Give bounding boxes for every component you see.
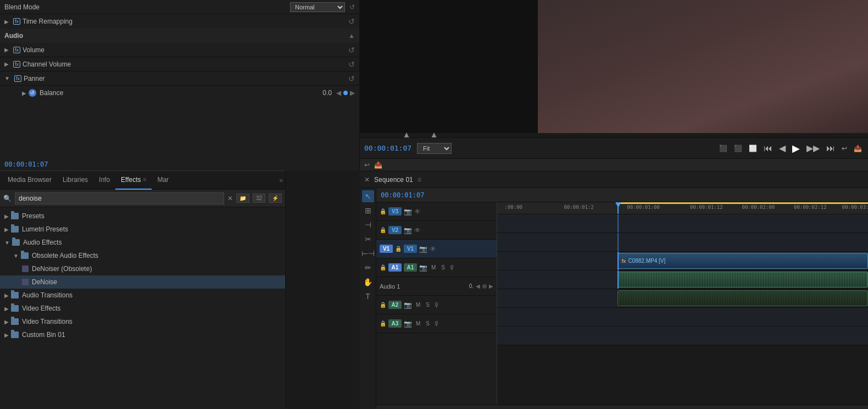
a2-solo-btn[interactable]: S xyxy=(424,301,431,308)
a1-solo-btn[interactable]: S xyxy=(439,264,447,271)
tree-item-obsolete-audio-effects[interactable]: ▼ Obsolete Audio Effects xyxy=(0,249,285,262)
tab-libraries[interactable]: Libraries xyxy=(57,171,93,190)
audio-collapse-btn[interactable]: ▲ xyxy=(348,32,355,40)
a2-mic-icon[interactable]: 🎙 xyxy=(433,301,440,309)
v1-camera-icon[interactable]: 📷 xyxy=(419,245,427,253)
preview-timecode[interactable]: 00:00:01:07 xyxy=(364,144,414,152)
balance-left-arrow[interactable]: ◀ xyxy=(336,89,341,97)
sequence-close-btn[interactable]: ✕ xyxy=(364,176,370,184)
a3-mute-btn[interactable]: M xyxy=(414,320,422,327)
a3-lock-icon[interactable]: 🔒 xyxy=(380,320,386,327)
tree-item-video-transitions[interactable]: ▶ Video Transitions xyxy=(0,315,285,328)
v2-label-btn[interactable]: V2 xyxy=(388,226,402,234)
v3-camera-icon[interactable]: 📷 xyxy=(404,208,412,215)
tree-item-audio-effects[interactable]: ▼ Audio Effects xyxy=(0,236,285,249)
a1-audio-clip[interactable] xyxy=(617,272,868,288)
balance-right-arrow[interactable]: ▶ xyxy=(350,89,355,97)
v2-lock-icon[interactable]: 🔒 xyxy=(380,227,386,233)
time-remap-reset[interactable]: ↺ xyxy=(348,17,355,26)
new-bin-btn[interactable]: 📁 xyxy=(236,194,249,203)
select-tool-btn[interactable]: ↖ xyxy=(362,190,374,202)
v3-label-btn[interactable]: V3 xyxy=(388,207,402,215)
fit-select[interactable]: Fit 25% 50% 75% 100% xyxy=(417,143,452,154)
v3-lock-icon[interactable]: 🔒 xyxy=(380,208,386,214)
export-frame-btn[interactable]: 📤 xyxy=(852,145,864,152)
work-area-bar[interactable] xyxy=(616,202,868,204)
accelerated-effects-btn[interactable]: ⚡ xyxy=(269,194,282,203)
timeline-timecode[interactable]: 00:00:01:07 xyxy=(381,191,424,199)
play-btn[interactable]: ▶ xyxy=(791,142,802,154)
tab-media-browser[interactable]: Media Browser xyxy=(2,171,57,190)
v1-eye-icon[interactable]: 👁 xyxy=(430,245,436,253)
panner-chevron[interactable]: ▼ xyxy=(4,75,10,81)
balance-cycle-icon[interactable]: ↺ xyxy=(29,89,36,97)
hand-tool-btn[interactable]: ✋ xyxy=(362,276,374,288)
channel-vol-chevron[interactable]: ▶ xyxy=(4,61,9,67)
a1-mic-icon[interactable]: 🎙 xyxy=(449,264,455,272)
v1-lock-icon[interactable]: 🔒 xyxy=(395,246,402,252)
tree-item-presets[interactable]: ▶ Presets xyxy=(0,209,285,223)
v2-eye-icon[interactable]: 👁 xyxy=(414,226,421,234)
a3-camera-icon[interactable]: 📷 xyxy=(404,320,412,328)
mark-out-btn[interactable]: ⬛ xyxy=(732,145,744,152)
a3-mic-icon[interactable]: 🎙 xyxy=(433,320,440,328)
in-point-marker[interactable] xyxy=(404,132,409,137)
a3-solo-btn[interactable]: S xyxy=(424,320,431,327)
tab-mar[interactable]: Mar xyxy=(152,171,174,190)
a3-label-btn[interactable]: A3 xyxy=(388,319,402,328)
go-to-in-btn[interactable]: ⏮ xyxy=(762,143,774,153)
a1-vol-right-arrow[interactable]: ▶ xyxy=(489,283,493,289)
effects-tab-menu-icon[interactable]: ≡ xyxy=(143,176,147,183)
a1-camera-icon[interactable]: 📷 xyxy=(419,264,427,272)
pen-tool-btn[interactable]: ✏ xyxy=(362,262,374,274)
go-to-out-btn[interactable]: ⏭ xyxy=(825,143,837,153)
out-point-marker[interactable] xyxy=(431,132,437,137)
v1-video-clip[interactable]: fx C0882.MP4 [V] xyxy=(617,253,868,269)
effects-search-input[interactable] xyxy=(15,192,224,204)
mark-clip-btn[interactable]: ⬜ xyxy=(747,145,759,152)
tabs-overflow-btn[interactable]: » xyxy=(279,176,283,184)
balance-expand-chevron[interactable]: ▶ xyxy=(22,90,26,96)
v1-active-label-btn[interactable]: V1 xyxy=(380,245,393,253)
blend-reset-icon[interactable]: ↺ xyxy=(349,3,355,11)
timeline-ruler-strip[interactable]: :00:00 00:00:01:2 00:00:01:00 00:00:01:1… xyxy=(497,202,868,214)
scrub-export-icon[interactable]: 📤 xyxy=(374,161,382,169)
loop-btn[interactable]: ↩ xyxy=(840,145,849,152)
tree-item-custom-bin[interactable]: ▶ Custom Bin 01 xyxy=(0,328,285,341)
ripple-edit-btn[interactable]: ⊣ xyxy=(362,219,374,231)
tree-item-video-effects[interactable]: ▶ Video Effects xyxy=(0,302,285,315)
volume-chevron[interactable]: ▶ xyxy=(4,47,9,53)
a1-label-btn[interactable]: A1 xyxy=(404,263,417,272)
a2-camera-icon[interactable]: 📷 xyxy=(404,301,412,309)
a2-mute-btn[interactable]: M xyxy=(414,301,422,308)
blend-mode-select[interactable]: Normal Multiply Screen xyxy=(290,2,345,12)
step-forward-btn[interactable]: ▶▶ xyxy=(805,143,821,153)
panner-reset[interactable]: ↺ xyxy=(348,74,355,83)
volume-reset[interactable]: ↺ xyxy=(348,46,355,54)
sequence-menu-icon[interactable]: ≡ xyxy=(418,176,421,184)
tree-item-audio-transitions[interactable]: ▶ Audio Transitions xyxy=(0,289,285,302)
a1-vol-knob[interactable] xyxy=(482,284,487,289)
v2-camera-icon[interactable]: 📷 xyxy=(404,226,412,234)
balance-dot[interactable] xyxy=(343,91,348,95)
slip-tool-btn[interactable]: ⊢⊣ xyxy=(362,247,374,259)
a1-vol-left-arrow[interactable]: ◀ xyxy=(476,283,480,289)
a1-active-label-btn[interactable]: A1 xyxy=(388,263,402,272)
a1-vol-audio-clip[interactable] xyxy=(617,290,868,306)
tree-item-lumetri-presets[interactable]: ▶ Lumetri Presets xyxy=(0,223,285,236)
mark-in-btn[interactable]: ⬛ xyxy=(717,145,729,152)
search-clear-btn[interactable]: ✕ xyxy=(227,195,233,202)
a2-label-btn[interactable]: A2 xyxy=(388,301,402,309)
channel-vol-reset[interactable]: ↺ xyxy=(348,60,355,69)
v1-label-btn[interactable]: V1 xyxy=(404,245,417,253)
tree-item-denoiser-obsolete[interactable]: DeNoiser (Obsolete) xyxy=(0,262,285,275)
a1-lock-icon[interactable]: 🔒 xyxy=(380,264,386,270)
tab-info[interactable]: Info xyxy=(93,171,115,190)
a1-mute-btn[interactable]: M xyxy=(430,264,437,271)
v3-eye-icon[interactable]: 👁 xyxy=(414,208,421,215)
tree-item-denoise[interactable]: DeNoise xyxy=(0,275,285,289)
scrub-loop-icon[interactable]: ↩ xyxy=(364,161,370,169)
razor-tool-btn[interactable]: ✂ xyxy=(362,233,374,245)
timeline-h-scrollbar[interactable] xyxy=(376,405,868,409)
tab-effects[interactable]: Effects ≡ xyxy=(115,171,152,190)
